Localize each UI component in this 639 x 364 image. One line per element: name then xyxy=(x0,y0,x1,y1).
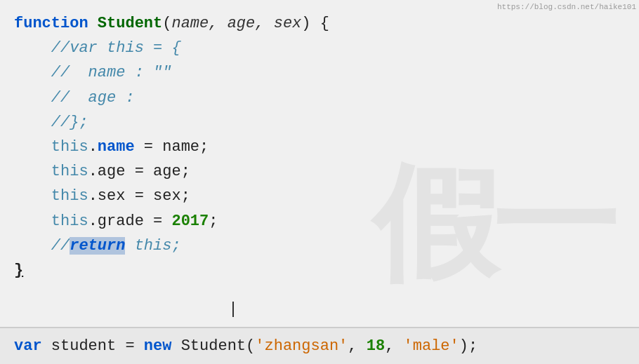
code-line-6: this.name = name; xyxy=(14,135,625,159)
code-line-7: this.age = age; xyxy=(14,159,625,184)
code-line-3: // name : "" xyxy=(14,60,625,85)
code-line-4: // age : xyxy=(14,86,625,110)
code-line-9: this.grade = 2017; xyxy=(14,209,625,234)
code-line-10: //return this; xyxy=(14,234,625,258)
code-line-2: //var this = { xyxy=(14,36,625,60)
code-editor: 假一 https://blog.csdn.net/haike101 functi… xyxy=(0,0,639,364)
bottom-code-bar: var student = new Student('zhangsan', 18… xyxy=(0,328,639,364)
bottom-code-line: var student = new Student('zhangsan', 18… xyxy=(14,334,477,358)
code-line-11: } xyxy=(14,258,625,283)
text-cursor xyxy=(232,302,234,317)
cursor-area xyxy=(232,297,235,322)
highlighted-return: return xyxy=(70,237,125,255)
code-block: function Student(name, age, sex) { //var… xyxy=(14,11,625,283)
keyword-function: function xyxy=(14,15,88,32)
params: name, age, sex xyxy=(171,15,301,32)
code-line-8: this.sex = sex; xyxy=(14,184,625,208)
code-line-5: //}; xyxy=(14,110,625,135)
fn-name: Student xyxy=(98,15,162,32)
url-bar: https://blog.csdn.net/haike101 xyxy=(494,0,639,15)
